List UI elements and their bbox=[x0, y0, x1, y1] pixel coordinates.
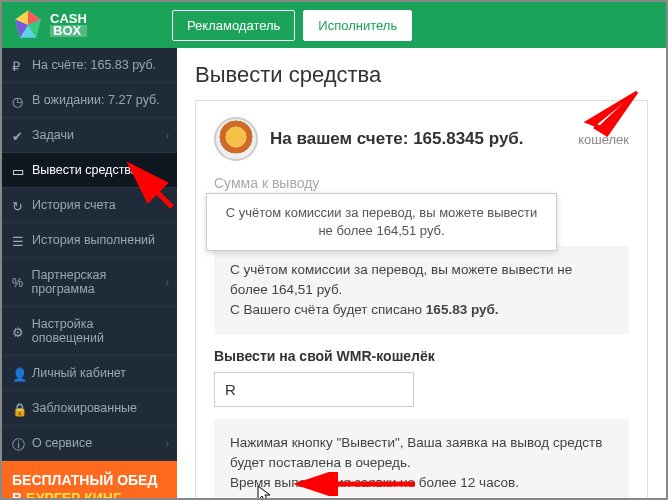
sidebar-balance-label: На счёте: 165.83 руб. bbox=[32, 58, 156, 72]
list-icon: ☰ bbox=[12, 234, 25, 247]
sidebar-exec-history[interactable]: ☰История выполнений bbox=[2, 223, 177, 258]
performer-tab[interactable]: Исполнитель bbox=[303, 10, 412, 41]
sidebar-about[interactable]: ⓘО сервисе› bbox=[2, 426, 177, 461]
lock-icon: 🔒 bbox=[12, 402, 25, 415]
sidebar-blocked-label: Заблокированные bbox=[32, 401, 137, 415]
banner-line1: БЕСПЛАТНЫЙ ОБЕД bbox=[12, 471, 167, 489]
ruble-icon: ₽ bbox=[12, 59, 25, 72]
wallet-input[interactable] bbox=[214, 372, 414, 407]
diamond-icon bbox=[12, 9, 44, 41]
advertiser-tab[interactable]: Рекламодатель bbox=[172, 10, 295, 41]
sidebar: ₽На счёте: 165.83 руб. ◷В ожидании: 7.27… bbox=[2, 48, 177, 500]
sidebar-notifications[interactable]: ⚙Настройка оповещений bbox=[2, 307, 177, 356]
annotation-arrow bbox=[122, 157, 182, 212]
sidebar-affiliate-label: Партнерская программа bbox=[31, 268, 167, 296]
history-icon: ↻ bbox=[12, 199, 25, 212]
avatar bbox=[214, 117, 258, 161]
sidebar-tasks[interactable]: ✔Задачи› bbox=[2, 118, 177, 153]
top-header: CASHBOX Рекламодатель Исполнитель bbox=[2, 2, 666, 48]
sidebar-affiliate[interactable]: %Партнерская программа› bbox=[2, 258, 177, 307]
sidebar-pending[interactable]: ◷В ожидании: 7.27 руб. bbox=[2, 83, 177, 118]
logo-text-bottom: BOX bbox=[50, 25, 87, 37]
sidebar-blocked[interactable]: 🔒Заблокированные bbox=[2, 391, 177, 426]
info-icon: ⓘ bbox=[12, 437, 25, 450]
info-line2: С Вашего счёта будет списано 165.83 руб. bbox=[230, 300, 613, 320]
sidebar-pending-label: В ожидании: 7.27 руб. bbox=[32, 93, 160, 107]
notice-line2: Время выполнения заявки не более 12 часо… bbox=[230, 473, 613, 493]
gear-icon: ⚙ bbox=[12, 325, 25, 338]
commission-tooltip: С учётом комиссии за перевод, вы можете … bbox=[206, 193, 557, 251]
percent-icon: % bbox=[12, 276, 24, 289]
chevron-right-icon: › bbox=[166, 130, 169, 141]
chevron-right-icon: › bbox=[166, 438, 169, 449]
sidebar-exec-history-label: История выполнений bbox=[32, 233, 155, 247]
logo[interactable]: CASHBOX bbox=[12, 9, 172, 41]
sidebar-balance[interactable]: ₽На счёте: 165.83 руб. bbox=[2, 48, 177, 83]
commission-info-block: С учётом комиссии за перевод, вы можете … bbox=[214, 246, 629, 334]
account-balance-heading: На вашем счете: 165.8345 руб. bbox=[270, 129, 524, 149]
sidebar-account-label: Личный кабинет bbox=[32, 366, 126, 380]
notice-block: Нажимая кнопку "Вывести", Ваша заявка на… bbox=[214, 419, 629, 500]
sidebar-tasks-label: Задачи bbox=[32, 128, 74, 142]
notice-line1: Нажимая кнопку "Вывести", Ваша заявка на… bbox=[230, 433, 613, 473]
banner-line2: В БУРГЕР КИНГ bbox=[12, 489, 167, 500]
sidebar-account[interactable]: 👤Личный кабинет bbox=[2, 356, 177, 391]
chevron-right-icon: › bbox=[166, 277, 169, 288]
card-icon: ▭ bbox=[12, 164, 25, 177]
sum-label: Сумма к выводу bbox=[214, 175, 629, 191]
promo-banner[interactable]: БЕСПЛАТНЫЙ ОБЕД В БУРГЕР КИНГ bbox=[2, 461, 177, 500]
annotation-arrow bbox=[290, 472, 420, 496]
svg-line-5 bbox=[130, 165, 172, 207]
user-icon: 👤 bbox=[12, 367, 25, 380]
page-title: Вывести средства bbox=[195, 62, 648, 88]
sidebar-history-label: История счета bbox=[32, 198, 116, 212]
check-icon: ✔ bbox=[12, 129, 25, 142]
cursor-icon bbox=[256, 484, 272, 500]
clock-icon: ◷ bbox=[12, 94, 25, 107]
wallet-label: Вывести на свой WMR-кошелёк bbox=[214, 348, 629, 364]
annotation-arrow bbox=[572, 87, 642, 147]
info-line1: С учётом комиссии за перевод, вы можете … bbox=[230, 260, 613, 300]
sidebar-notifications-label: Настройка оповещений bbox=[32, 317, 167, 345]
sidebar-about-label: О сервисе bbox=[32, 436, 92, 450]
withdraw-card: На вашем счете: 165.8345 руб. кошелек С … bbox=[195, 100, 648, 500]
